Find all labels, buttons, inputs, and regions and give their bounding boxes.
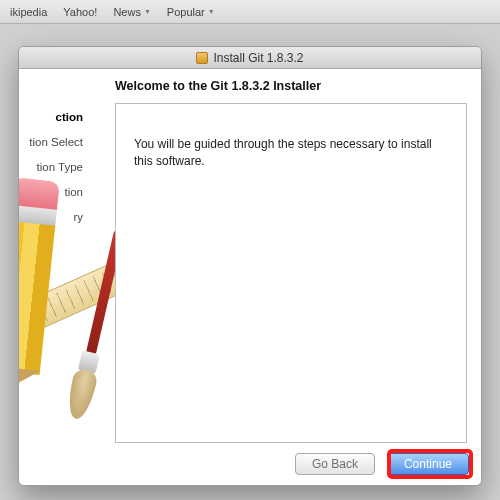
step-summary: ry bbox=[19, 205, 91, 230]
button-row: Go Back Continue bbox=[295, 453, 469, 475]
chevron-down-icon: ▼ bbox=[208, 8, 215, 15]
package-icon bbox=[196, 52, 208, 64]
step-introduction: ction bbox=[19, 105, 91, 130]
installer-body: Welcome to the Git 1.8.3.2 Installer cti… bbox=[19, 69, 481, 485]
step-destination-select: tion Select bbox=[19, 130, 91, 155]
step-installation: tion bbox=[19, 180, 91, 205]
bookmark-yahoo[interactable]: Yahoo! bbox=[55, 6, 105, 18]
chevron-down-icon: ▼ bbox=[144, 8, 151, 15]
content-panel: You will be guided through the steps nec… bbox=[115, 103, 467, 443]
welcome-message: You will be guided through the steps nec… bbox=[134, 137, 432, 168]
step-installation-type: tion Type bbox=[19, 155, 91, 180]
bookmark-wikipedia[interactable]: ikipedia bbox=[2, 6, 55, 18]
installer-window: Install Git 1.8.3.2 Welcome to the Git 1… bbox=[18, 46, 482, 486]
installer-steps-sidebar: ction tion Select tion Type tion ry bbox=[19, 105, 91, 230]
page-heading: Welcome to the Git 1.8.3.2 Installer bbox=[115, 79, 321, 93]
bookmark-popular[interactable]: Popular▼ bbox=[159, 6, 223, 18]
window-titlebar[interactable]: Install Git 1.8.3.2 bbox=[19, 47, 481, 69]
browser-bookmarks-bar: ikipedia Yahoo! News▼ Popular▼ bbox=[0, 0, 500, 24]
bookmark-news[interactable]: News▼ bbox=[105, 6, 158, 18]
window-title: Install Git 1.8.3.2 bbox=[213, 51, 303, 65]
continue-button[interactable]: Continue bbox=[387, 453, 469, 475]
go-back-button[interactable]: Go Back bbox=[295, 453, 375, 475]
